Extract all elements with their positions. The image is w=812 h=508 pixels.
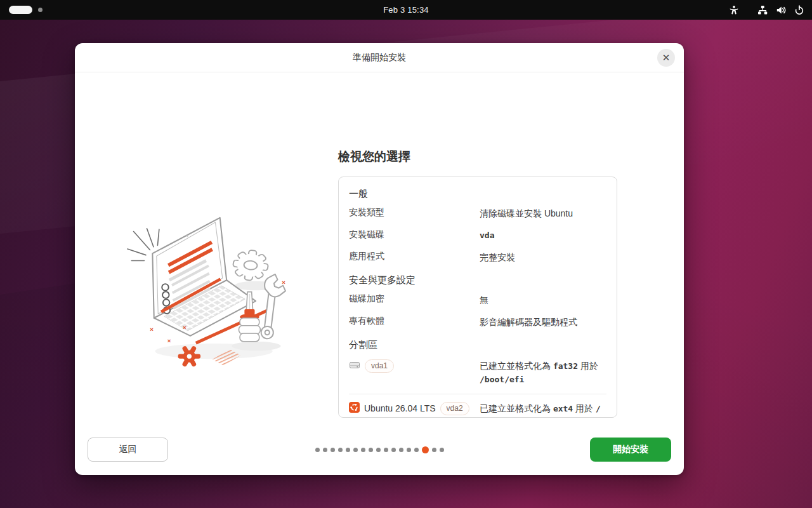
row-install-disk: 安裝磁碟 vda <box>349 225 606 246</box>
page-dot[interactable] <box>323 448 327 452</box>
gnome-top-bar: Feb 3 15:34 <box>0 0 812 20</box>
page-title: 檢視您的選擇 <box>338 149 410 165</box>
page-dot[interactable] <box>346 448 350 452</box>
row-disk-encryption: 磁碟加密 無 <box>349 289 606 311</box>
installer-illustration: ×× ×× <box>119 209 303 368</box>
svg-text:×: × <box>167 337 171 344</box>
partition-row-vda2: Ubuntu 26.04 LTS vda2 已建立並格式化為 ext4 用於 / <box>349 396 606 422</box>
svg-text:×: × <box>183 324 187 331</box>
volume-icon[interactable] <box>776 5 786 15</box>
row-install-type: 安裝類型 清除磁碟並安裝 Ubuntu <box>349 203 606 225</box>
workspace-dot[interactable] <box>38 8 43 12</box>
window-header: 準備開始安裝 ✕ <box>75 43 684 72</box>
installer-window: 準備開始安裝 ✕ <box>75 43 684 475</box>
page-dot[interactable] <box>338 448 343 452</box>
window-title: 準備開始安裝 <box>353 52 406 64</box>
page-dot[interactable] <box>331 448 335 452</box>
section-title-partitions: 分割區 <box>349 333 606 354</box>
page-dot[interactable] <box>414 448 419 452</box>
page-dot[interactable] <box>440 448 444 452</box>
page-dot[interactable] <box>353 448 358 452</box>
partition-badge: vda2 <box>440 402 469 416</box>
page-dot[interactable] <box>407 448 411 452</box>
page-dot[interactable] <box>315 448 320 452</box>
workspace-pill-active[interactable] <box>9 6 32 14</box>
drive-icon <box>349 360 360 372</box>
workspace-indicator[interactable] <box>9 0 43 20</box>
partition-summary: 已建立並格式化為 ext4 用於 / <box>480 402 601 415</box>
clock[interactable]: Feb 3 15:34 <box>383 0 429 20</box>
partition-badge: vda1 <box>365 359 394 373</box>
page-dot-active[interactable] <box>422 446 429 453</box>
page-dot[interactable] <box>361 448 365 452</box>
section-title-general: 一般 <box>349 182 606 203</box>
power-icon[interactable] <box>794 5 804 15</box>
page-dot[interactable] <box>432 448 436 452</box>
choices-summary-card: 一般 安裝類型 清除磁碟並安裝 Ubuntu 安裝磁碟 vda 應用程式 完整安… <box>338 177 617 418</box>
row-applications: 應用程式 完整安裝 <box>349 246 606 269</box>
page-dot[interactable] <box>369 448 373 452</box>
row-proprietary-software: 專有軟體 影音編解碼器及驅動程式 <box>349 311 606 333</box>
close-button[interactable]: ✕ <box>657 49 675 67</box>
network-icon[interactable] <box>757 5 768 15</box>
section-title-security: 安全與更多設定 <box>349 269 606 289</box>
page-dot[interactable] <box>384 448 388 452</box>
ubuntu-logo <box>349 402 360 415</box>
partition-summary: 已建立並格式化為 fat32 用於 /boot/efi <box>480 359 606 386</box>
partition-os-name: Ubuntu 26.04 LTS <box>364 403 436 413</box>
window-content: ×× ×× 檢視您的選擇 一般 安裝類型 清除磁碟並安裝 Ubuntu 安裝磁碟… <box>75 72 684 475</box>
svg-text:×: × <box>282 279 285 286</box>
svg-text:×: × <box>150 326 154 333</box>
row-divider <box>349 394 606 394</box>
partition-row-vda1: vda1 已建立並格式化為 fat32 用於 /boot/efi <box>349 354 606 392</box>
page-dot[interactable] <box>391 448 396 452</box>
page-dot[interactable] <box>376 448 381 452</box>
system-tray[interactable] <box>729 0 804 20</box>
start-install-button[interactable]: 開始安裝 <box>590 438 671 462</box>
accessibility-icon[interactable] <box>729 5 739 15</box>
page-dot[interactable] <box>399 448 403 452</box>
